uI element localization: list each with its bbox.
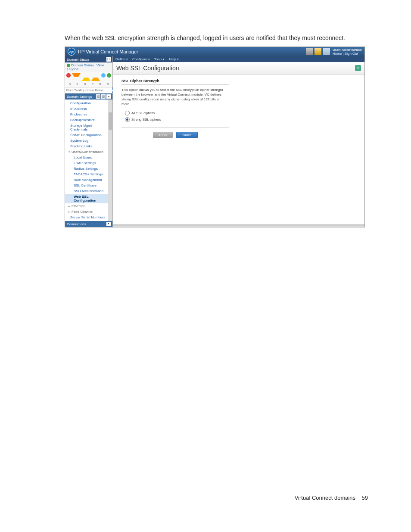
page-footer: Virtual Connect domains 59 bbox=[65, 495, 368, 501]
titlebar-icon-3 bbox=[323, 48, 330, 55]
find-row: ▸ bbox=[65, 87, 112, 93]
nav-local-users[interactable]: Local Users bbox=[65, 155, 108, 160]
nav-dropdown-icon[interactable]: ▾ bbox=[106, 94, 111, 99]
nav-users-auth-header[interactable]: Users/Authentication bbox=[65, 149, 108, 155]
status-count: 0 bbox=[92, 83, 93, 86]
nav-ssh-administration[interactable]: SSH Administration bbox=[65, 188, 108, 194]
footer-section: Virtual Connect domains bbox=[295, 495, 355, 501]
app-titlebar: hp HP Virtual Connect Manager User: Admi… bbox=[65, 47, 364, 56]
radio-strong-label: Strong SSL ciphers bbox=[131, 118, 161, 121]
nav-ldap-settings[interactable]: LDAP Settings bbox=[65, 160, 108, 166]
radio-all-icon bbox=[125, 111, 130, 115]
nav-configuration[interactable]: Configuration bbox=[65, 100, 108, 106]
domain-status-header-label: Domain Status bbox=[67, 58, 89, 62]
nav-radius-settings[interactable]: Radius Settings bbox=[65, 166, 108, 171]
intro-text: When the web SSL encryption strength is … bbox=[65, 34, 368, 41]
nav-stacking-links[interactable]: Stacking Links bbox=[65, 143, 108, 149]
app-title: HP Virtual Connect Manager bbox=[78, 49, 306, 54]
nav-server-serial-numbers[interactable]: Server Serial Numbers bbox=[65, 215, 108, 220]
status-warning-icon bbox=[82, 73, 90, 81]
sidebar: Domain Status ▢ Domain Status View Legen… bbox=[65, 56, 113, 227]
user-label: User: bbox=[333, 48, 341, 52]
nav-icon-2[interactable]: ◲ bbox=[101, 94, 106, 99]
menu-configure[interactable]: Configure bbox=[132, 57, 150, 61]
button-row: Apply Cancel bbox=[121, 128, 229, 143]
titlebar-icon-1 bbox=[306, 48, 313, 55]
panel-description: This option allows you to select the SSL… bbox=[121, 87, 229, 106]
main-area: Define Configure Tools Help Web SSL Conf… bbox=[113, 56, 364, 227]
radio-all-label: All SSL ciphers bbox=[131, 111, 155, 115]
status-counts-row: 0 0 0 0 0 0 bbox=[65, 82, 112, 87]
sidebar-scroll-thumb[interactable] bbox=[109, 112, 112, 130]
nav-storage-credentials[interactable]: Storage Mgmt Credentials bbox=[65, 123, 108, 132]
status-info-icon bbox=[101, 73, 106, 78]
content-area: SSL Cipher Strength This option allows y… bbox=[113, 75, 364, 224]
nav-system-log[interactable]: System Log bbox=[65, 138, 108, 143]
user-name: Administrator bbox=[342, 48, 362, 52]
nav-icon-1[interactable]: ◱ bbox=[96, 94, 100, 99]
nav-ethernet-header[interactable]: Ethernet bbox=[65, 203, 108, 209]
nav-snmp-config[interactable]: SNMP Configuration bbox=[65, 132, 108, 138]
connections-header-label: Connections bbox=[67, 222, 86, 226]
status-ok-icon bbox=[67, 64, 70, 67]
nav-list: Configuration IP Address Enclosures Back… bbox=[65, 100, 108, 221]
cancel-button[interactable]: Cancel bbox=[176, 132, 198, 138]
nav-ip-address[interactable]: IP Address bbox=[65, 106, 108, 112]
nav-ssl-certificate[interactable]: SSL Certificate bbox=[65, 183, 108, 188]
titlebar-home-icon[interactable] bbox=[314, 48, 321, 55]
status-caution-icon bbox=[91, 73, 100, 81]
status-count: 0 bbox=[84, 83, 86, 86]
help-icon[interactable]: ? bbox=[355, 65, 361, 71]
home-link[interactable]: Home bbox=[333, 52, 342, 56]
nav-tacacs-settings[interactable]: TACACS+ Settings bbox=[65, 171, 108, 177]
menubar: Define Configure Tools Help bbox=[113, 56, 364, 62]
signout-link[interactable]: Sign Out bbox=[345, 52, 358, 56]
menu-help[interactable]: Help bbox=[169, 57, 178, 61]
nav-backup-restore[interactable]: Backup/Restore bbox=[65, 117, 108, 123]
status-icons-row bbox=[65, 72, 112, 82]
domain-status-link[interactable]: Domain Status bbox=[71, 63, 93, 67]
status-count: 0 bbox=[77, 83, 78, 86]
ssl-panel: SSL Cipher Strength This option allows y… bbox=[121, 79, 229, 128]
titlebar-user-block: User: Administrator Home | Sign Out bbox=[333, 48, 362, 56]
footer-page-number: 59 bbox=[362, 495, 368, 501]
domain-settings-header: Domain Settings ◱ ◲ ▾ bbox=[65, 93, 112, 100]
panel-title: SSL Cipher Strength bbox=[121, 79, 229, 85]
nav-web-ssl-config[interactable]: Web SSL Configuration bbox=[65, 194, 108, 203]
status-count: 0 bbox=[69, 83, 71, 86]
nav-fibre-header[interactable]: Fibre Channel bbox=[65, 209, 108, 215]
status-error-icon bbox=[66, 73, 71, 78]
domain-status-links: Domain Status View Legend... bbox=[65, 62, 112, 72]
connections-header: Connections ▾ bbox=[65, 221, 112, 227]
sidebar-scrollbar[interactable] bbox=[108, 100, 112, 221]
status-count: 0 bbox=[100, 83, 101, 86]
menu-define[interactable]: Define bbox=[115, 57, 128, 61]
collapse-icon[interactable]: ▢ bbox=[106, 57, 111, 62]
bottom-shadow bbox=[113, 224, 364, 227]
apply-button[interactable]: Apply bbox=[153, 132, 173, 138]
radio-strong-icon bbox=[125, 117, 130, 122]
nav-enclosures[interactable]: Enclosures bbox=[65, 112, 108, 117]
page-title: Web SSL Configuration bbox=[116, 65, 179, 72]
status-ok2-icon bbox=[107, 73, 111, 78]
screenshot-container: hp HP Virtual Connect Manager User: Admi… bbox=[65, 47, 365, 227]
status-count: 0 bbox=[107, 83, 109, 86]
nav-role-management[interactable]: Role Management bbox=[65, 177, 108, 183]
find-input[interactable] bbox=[65, 87, 112, 93]
radio-all-ssl[interactable]: All SSL ciphers bbox=[121, 110, 229, 116]
domain-settings-header-label: Domain Settings bbox=[67, 95, 92, 99]
radio-strong-ssl[interactable]: Strong SSL ciphers bbox=[121, 116, 229, 123]
page-title-row: Web SSL Configuration ? bbox=[113, 62, 364, 75]
connections-dropdown-icon[interactable]: ▾ bbox=[106, 222, 111, 226]
hp-logo-icon: hp bbox=[68, 48, 75, 56]
domain-status-header: Domain Status ▢ bbox=[65, 56, 112, 62]
status-critical-icon bbox=[72, 73, 81, 81]
menu-tools[interactable]: Tools bbox=[154, 57, 165, 61]
